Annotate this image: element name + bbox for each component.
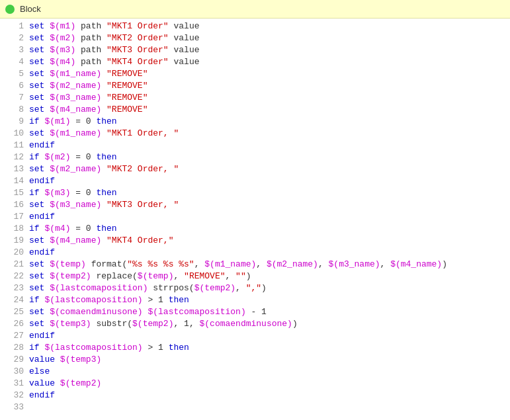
token-var: $(m4) [44,224,70,233]
token-str: "MKT3 Order, " [106,200,179,210]
code-line: 2set $(m2) path "MKT2 Order" value [0,33,510,45]
line-number: 25 [5,307,24,317]
code-line: 28if $(lastcomaposition) > 1 then [0,343,510,355]
token-plain: ) [246,271,251,281]
token-plain [101,69,106,79]
token-kw: set [29,307,44,317]
token-kw: set [29,200,44,210]
code-content: set $(comaendminusone) $(lastcomapositio… [29,307,267,317]
block-label: Block [20,4,41,14]
code-content: if $(lastcomaposition) > 1 then [29,343,189,353]
token-plain: = 0 [70,224,96,233]
line-number: 30 [5,366,24,376]
code-line: 10 set $(m1_name) "MKT1 Order, " [0,128,510,140]
token-plain: , [235,283,246,293]
token-plain [55,355,60,364]
code-line: 26 set $(temp3) substr($(temp2), 1, $(co… [0,319,510,331]
code-line: 23set $(lastcomaposition) strrpos($(temp… [0,283,510,295]
code-content: set $(m2_name) "REMOVE" [29,81,148,91]
block-indicator [5,5,15,14]
line-number: 8 [5,105,24,114]
token-str: "MKT4 Order" [106,57,169,67]
line-number: 2 [5,33,24,43]
code-content: set $(m1_name) "MKT1 Order, " [29,128,179,138]
token-kw: set [29,271,44,281]
code-line: 19 set $(m4_name) "MKT4 Order," [0,235,510,247]
code-line: 11endif [0,140,510,152]
code-content: set $(m1_name) "REMOVE" [29,69,148,79]
token-var: $(m2_name) [267,259,318,269]
token-var: $(temp2) [132,319,173,329]
token-kw: set [29,164,44,174]
line-number: 27 [5,331,24,341]
code-content: set $(temp) format("%s %s %s %s", $(m1_n… [29,259,447,269]
token-var: $(temp) [138,271,174,281]
token-str: "" [235,271,246,281]
line-number: 23 [5,283,24,293]
code-content: endif [29,331,55,341]
line-number: 13 [5,164,24,174]
token-plain [101,105,106,114]
token-plain: = 0 [70,188,96,198]
line-number: 29 [5,355,24,364]
code-content: set $(temp2) replace($(temp), "REMOVE", … [29,271,251,281]
code-content: set $(m3_name) "MKT3 Order, " [29,200,179,210]
line-number: 15 [5,188,24,198]
token-var: $(m1_name) [50,128,101,138]
token-str: "REMOVE" [106,93,148,103]
code-content: set $(m4_name) "REMOVE" [29,105,148,114]
token-var: $(lastcomaposition) [50,283,148,293]
token-plain: path [75,57,106,67]
token-str: "MKT1 Order, " [106,128,179,138]
token-kw: endif [29,331,55,341]
token-kw: endif [29,212,55,222]
token-kw: then [96,152,116,162]
code-line: 13 set $(m2_name) "MKT2 Order, " [0,164,510,176]
token-var: $(m4_name) [50,105,101,114]
code-content: set $(m3_name) "REMOVE" [29,93,148,103]
token-kw: set [29,21,44,31]
code-content: if $(m2) = 0 then [29,152,117,162]
token-var: $(temp) [50,259,86,269]
code-line: 25 set $(comaendminusone) $(lastcomaposi… [0,307,510,319]
token-var: $(temp3) [50,319,91,329]
line-number: 19 [5,235,24,245]
token-str: "%s %s %s %s" [127,259,194,269]
token-var: $(m1) [50,21,75,31]
token-var: $(m1_name) [204,259,256,269]
line-number: 16 [5,200,24,210]
token-kw: set [29,81,44,91]
code-content: set $(temp3) substr($(temp2), 1, $(comae… [29,319,298,329]
line-number: 7 [5,93,24,103]
code-content: if $(m3) = 0 then [29,188,117,198]
token-str: "," [246,283,261,293]
code-content: set $(m2) path "MKT2 Order" value [29,33,199,43]
token-var: $(m1_name) [50,69,101,79]
line-number: 10 [5,128,24,138]
code-content: else [29,366,50,376]
token-str: "MKT2 Order, " [106,164,179,174]
token-plain: > 1 [143,295,169,305]
token-plain: path [75,21,106,31]
code-line: 15if $(m3) = 0 then [0,188,510,200]
token-var: $(m4_name) [390,259,442,269]
code-area[interactable]: 1set $(m1) path "MKT1 Order" value2set $… [0,19,510,420]
code-line: 33 [0,402,510,414]
block-header: Block [0,0,510,19]
token-plain [55,378,60,388]
token-kw: set [29,259,44,269]
token-plain: strrpos( [148,283,194,293]
token-var: $(m3_name) [329,259,380,269]
token-var: $(m3_name) [50,200,101,210]
token-kw: set [29,128,44,138]
token-plain [101,164,106,174]
token-plain: , 1, [173,319,199,329]
code-line: 20endif [0,247,510,259]
code-content: endif [29,247,55,257]
code-line: 4set $(m4) path "MKT4 Order" value [0,57,510,69]
token-var: $(m2) [44,152,70,162]
token-kw: if [29,224,40,233]
line-number: 20 [5,247,24,257]
code-content: value $(temp2) [29,378,101,388]
token-kw: set [29,283,44,293]
